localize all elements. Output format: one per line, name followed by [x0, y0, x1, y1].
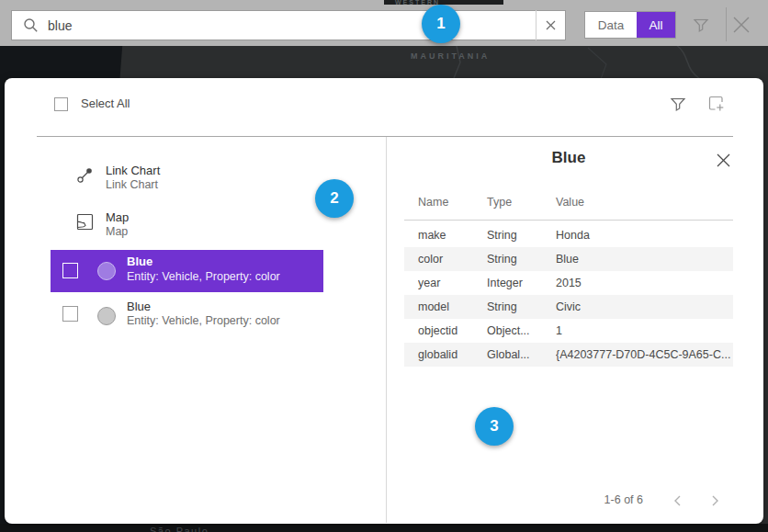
result-checkbox[interactable]: [62, 263, 78, 278]
callout-badge-2: 2: [315, 179, 354, 218]
cell-name: color: [418, 247, 482, 271]
search-results-panel: Select All Link Chart Link Chart Map Map…: [5, 78, 763, 524]
scope-toggle: Data All: [584, 11, 676, 39]
result-title: Link Chart: [106, 164, 160, 177]
result-subtitle: Map: [106, 225, 128, 238]
callout-badge-3: 3: [475, 407, 514, 446]
result-subtitle: Entity: Vehicle, Property: color: [127, 314, 280, 327]
cell-value: 1: [556, 319, 730, 343]
search-input[interactable]: [48, 18, 536, 33]
table-row: year Integer 2015: [404, 271, 733, 295]
close-icon[interactable]: [730, 14, 752, 36]
entity-circle-icon: [97, 262, 116, 280]
map-label-sao-paulo: São Paulo: [150, 526, 209, 532]
scope-option-data[interactable]: Data: [585, 12, 637, 38]
cell-name: objectid: [418, 319, 482, 343]
link-chart-icon: [76, 166, 93, 183]
result-checkbox[interactable]: [62, 306, 78, 322]
filter-icon[interactable]: [691, 15, 711, 35]
table-row: make String Honda: [404, 223, 733, 247]
panel-header-divider: [37, 136, 733, 137]
map-icon: [76, 213, 93, 230]
result-title: Blue: [127, 300, 151, 313]
scope-option-all[interactable]: All: [637, 12, 675, 38]
page-previous-icon[interactable]: [671, 493, 685, 508]
map-label-mauritania: MAURITANIA: [411, 51, 490, 61]
result-title: Blue: [127, 255, 152, 268]
cell-type: String: [487, 295, 551, 319]
app-window: MAURITANIA São Paulo WESTERN Data All: [0, 0, 768, 532]
details-title: Blue: [404, 149, 733, 167]
cell-value: Civic: [556, 295, 730, 319]
cell-value: {A4203777-D70D-4C5C-9A65-C...: [556, 343, 730, 367]
search-icon: [23, 17, 39, 33]
search-clear-icon[interactable]: [536, 10, 565, 40]
select-all-label: Select All: [81, 96, 130, 110]
select-all-checkbox[interactable]: [54, 97, 68, 111]
details-header-divider: [404, 220, 733, 221]
cell-type: String: [487, 247, 551, 271]
cell-name: year: [418, 271, 482, 295]
panel-filter-icon[interactable]: [668, 94, 687, 113]
details-close-icon[interactable]: [714, 151, 732, 169]
table-row: model String Civic: [404, 295, 733, 319]
toolbar-divider: [726, 7, 727, 41]
cell-name: make: [418, 223, 482, 247]
result-title: Map: [106, 210, 129, 224]
pagination-label: 1-6 of 6: [514, 493, 643, 506]
cell-type: Integer: [487, 271, 551, 295]
callout-badge-1: 1: [422, 5, 460, 43]
add-selection-icon[interactable]: [706, 94, 726, 113]
column-header-name: Name: [418, 196, 448, 209]
result-subtitle: Link Chart: [106, 178, 158, 191]
table-row: color String Blue: [404, 247, 733, 271]
cell-value: Blue: [556, 247, 730, 271]
cell-name: globalid: [418, 343, 482, 367]
page-next-icon[interactable]: [707, 493, 722, 508]
cell-name: model: [418, 295, 482, 319]
table-row: globalid Global... {A4203777-D70D-4C5C-9…: [404, 343, 733, 367]
column-header-value: Value: [556, 196, 584, 209]
column-header-type: Type: [487, 196, 512, 209]
result-item-blue-selected[interactable]: Blue Entity: Vehicle, Property: color: [51, 250, 323, 292]
cell-value: 2015: [556, 271, 730, 295]
result-subtitle: Entity: Vehicle, Property: color: [127, 270, 280, 283]
search-box[interactable]: [11, 10, 566, 40]
panel-column-divider: [386, 137, 387, 523]
cell-type: String: [487, 223, 551, 247]
map-bottom-strip: São Paulo: [0, 524, 768, 532]
entity-circle-icon: [97, 307, 116, 325]
cell-type: Global...: [487, 343, 551, 367]
table-row: objectid Object... 1: [404, 319, 733, 343]
search-toolbar: Data All: [0, 5, 768, 46]
cell-value: Honda: [556, 223, 730, 247]
cell-type: Object...: [487, 319, 551, 343]
